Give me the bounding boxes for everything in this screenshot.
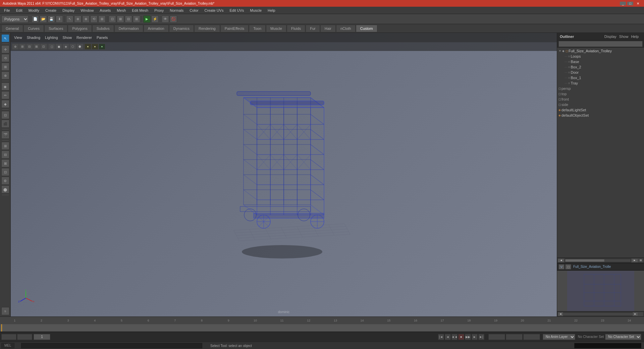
tool-universal[interactable]: ⊕: [1, 71, 9, 79]
tab-painteffects[interactable]: PaintEffects: [220, 25, 249, 32]
vp-menu-shading[interactable]: Shading: [25, 35, 42, 40]
menu-muscle[interactable]: Muscle: [247, 8, 264, 13]
vp-tool-lighting-3[interactable]: ●: [99, 44, 105, 50]
tab-ncloth[interactable]: nCloth: [336, 25, 356, 32]
menu-editmesh[interactable]: Edit Mesh: [129, 8, 151, 13]
mini-scroll-right[interactable]: ►: [633, 312, 638, 316]
minimize-btn[interactable]: _: [620, 2, 626, 5]
time-display[interactable]: 24.00: [506, 334, 523, 340]
vp-menu-lighting[interactable]: Lighting: [43, 35, 60, 40]
menu-color[interactable]: Color: [187, 8, 201, 13]
maximize-btn[interactable]: □: [627, 2, 633, 5]
toolbar-show-all[interactable]: 👁: [162, 15, 169, 23]
mode-select[interactable]: Polygons Surfaces Dynamics Rendering Ani…: [1, 15, 29, 23]
tool-rotate[interactable]: ⟲: [1, 54, 9, 62]
toolbar-snap-view[interactable]: ⊞: [133, 15, 140, 23]
prev-frame-btn[interactable]: ◄: [445, 334, 451, 340]
tool-sculpt[interactable]: ◆: [1, 100, 9, 108]
outliner-display-menu[interactable]: Display: [604, 34, 616, 39]
tree-item-tray[interactable]: — ○ Tray: [557, 80, 644, 86]
outliner-help-menu[interactable]: Help: [631, 34, 639, 39]
toolbar-lasso[interactable]: ⊕: [74, 15, 82, 23]
tab-curves[interactable]: Curves: [23, 25, 44, 32]
current-frame-start[interactable]: 1.00: [17, 334, 32, 340]
tab-general[interactable]: General: [1, 25, 23, 32]
tool-move[interactable]: ✛: [1, 45, 9, 53]
go-to-end-btn[interactable]: ►|: [478, 334, 484, 340]
tool-icon-2[interactable]: ⊟: [1, 151, 9, 159]
tree-item-base[interactable]: — ○ Base: [557, 59, 644, 64]
menu-proxy[interactable]: Proxy: [152, 8, 166, 13]
vp-tool-10[interactable]: ⬡: [69, 44, 76, 50]
character-set-select[interactable]: No Character Set: [605, 334, 641, 340]
tool-paint[interactable]: ✏: [1, 91, 9, 99]
tab-polygons[interactable]: Polygons: [68, 25, 92, 32]
tree-item-front[interactable]: ◻ front: [557, 97, 644, 102]
menu-window[interactable]: Window: [78, 8, 96, 13]
tree-item-root[interactable]: ▼ ◈ ◻ Full_Size_Aviation_Trolley: [557, 48, 644, 54]
toolbar-select[interactable]: ↖: [66, 15, 73, 23]
menu-edituvs[interactable]: Edit UVs: [227, 8, 247, 13]
tab-fur[interactable]: Fur: [306, 25, 320, 32]
viewport[interactable]: View Shading Lighting Show Renderer Pane…: [11, 33, 557, 316]
tree-item-persp[interactable]: ◻ persp: [557, 86, 644, 91]
vp-tool-5[interactable]: ⊡: [40, 44, 47, 50]
toolbar-snap-grid[interactable]: ⊡: [109, 15, 116, 23]
vp-tool-4[interactable]: ⊠: [33, 44, 40, 50]
mini-scroll-track[interactable]: [563, 313, 633, 315]
mini-scroll-left[interactable]: ◄: [558, 312, 563, 316]
go-to-start-btn[interactable]: |◄: [438, 334, 444, 340]
tree-item-defaultlightset[interactable]: ◈ defaultLightSet: [557, 107, 644, 113]
vp-tool-3[interactable]: ⊟: [26, 44, 33, 50]
menu-create[interactable]: Create: [43, 8, 59, 13]
playhead[interactable]: [1, 324, 2, 332]
tool-icon-5[interactable]: ⚙: [1, 177, 9, 185]
vp-menu-renderer[interactable]: Renderer: [74, 35, 94, 40]
toolbar-scale[interactable]: ⊞: [98, 15, 106, 23]
tool-select[interactable]: ↖: [1, 34, 9, 42]
vp-tool-2[interactable]: ⊞: [19, 44, 26, 50]
tool-script[interactable]: S: [1, 307, 9, 315]
vp-tool-11[interactable]: ⬢: [76, 44, 83, 50]
tree-item-door[interactable]: — ○ Door: [557, 70, 644, 75]
mini-corner[interactable]: [638, 312, 643, 316]
anim-layer-select[interactable]: No Anim Layer: [543, 334, 575, 340]
vp-tool-8[interactable]: ◼: [55, 44, 62, 50]
play-backward-btn[interactable]: ◄◄: [451, 334, 458, 340]
toolbar-move[interactable]: ⊕: [82, 15, 90, 23]
toolbar-import[interactable]: ⬇: [56, 15, 63, 23]
menu-mesh[interactable]: Mesh: [114, 8, 128, 13]
outliner-scroll-left[interactable]: ◄: [558, 258, 565, 263]
menu-normals[interactable]: Normals: [167, 8, 186, 13]
outliner-hscroll-track[interactable]: [565, 259, 631, 262]
timeline-bar[interactable]: [0, 324, 644, 332]
timeline-ruler[interactable]: 1 2 3 4 5 6 7 8 9 10 11 12 13 14 15 16 1…: [0, 317, 644, 324]
toolbar-snap-point[interactable]: ⊟: [125, 15, 132, 23]
command-line-input[interactable]: [21, 343, 202, 348]
vp-menu-show[interactable]: Show: [61, 35, 74, 40]
toolbar-hide[interactable]: 🚫: [170, 15, 177, 23]
outliner-corner[interactable]: ⊞: [638, 258, 643, 263]
mel-button[interactable]: MEL: [1, 343, 14, 348]
tool-icon-6[interactable]: ⬤: [1, 185, 9, 193]
vp-tool-6[interactable]: [47, 44, 48, 50]
vp-tool-12[interactable]: [84, 44, 84, 50]
start-frame-field[interactable]: 1.00: [1, 334, 16, 340]
tab-dynamics[interactable]: Dynamics: [169, 25, 194, 32]
tool-icon-4[interactable]: ⊡: [1, 168, 9, 176]
menu-edit[interactable]: Edit: [13, 8, 25, 13]
tool-icon-3[interactable]: ⊠: [1, 159, 9, 167]
tab-toon[interactable]: Toon: [249, 25, 266, 32]
tool-render[interactable]: 🎬: [1, 131, 9, 139]
vp-tool-7[interactable]: ◻: [48, 44, 55, 50]
tab-subdivs[interactable]: Subdivs: [92, 25, 114, 32]
toolbar-render[interactable]: ▶: [143, 15, 151, 23]
toolbar-open[interactable]: 📂: [40, 15, 47, 23]
tool-snap-together[interactable]: ⬛: [1, 120, 9, 128]
menu-modify[interactable]: Modify: [26, 8, 42, 13]
outliner-scroll-right[interactable]: ►: [631, 258, 638, 263]
tab-animation[interactable]: Animation: [144, 25, 169, 32]
menu-createuvs[interactable]: Create UVs: [202, 8, 226, 13]
time-display-2[interactable]: 48.00: [523, 334, 540, 340]
tree-item-defaultobjectset[interactable]: ◈ defaultObjectSet: [557, 113, 644, 118]
